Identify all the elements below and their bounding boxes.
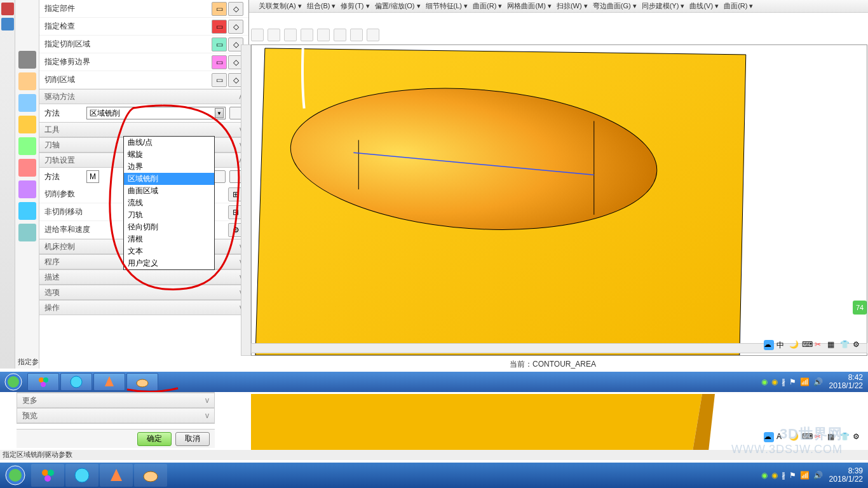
volume-icon[interactable]: 🔊 bbox=[813, 471, 823, 480]
dropdown-option[interactable]: 曲线/点 bbox=[124, 137, 214, 149]
dropdown-option[interactable]: 曲面区域 bbox=[124, 185, 214, 197]
gear-icon[interactable] bbox=[18, 51, 36, 69]
nav-icon[interactable] bbox=[18, 180, 36, 198]
clock[interactable]: 8:42 2018/1/22 bbox=[827, 374, 865, 390]
volume-icon[interactable]: 🔊 bbox=[813, 377, 823, 386]
char-icon[interactable]: 中 bbox=[776, 340, 787, 350]
menu-item[interactable]: 修剪(T) ▾ bbox=[339, 1, 370, 11]
dropdown-option[interactable]: 螺旋 bbox=[124, 149, 214, 161]
network-icon[interactable]: ⚑ bbox=[789, 377, 796, 386]
system-tray: ◉ ◉ ∦ ⚑ 📶 🔊 8:42 2018/1/22 bbox=[761, 374, 865, 390]
toolbar-icon[interactable] bbox=[334, 29, 346, 41]
method2-combo[interactable]: M bbox=[86, 170, 99, 183]
description-header[interactable]: 描述v bbox=[39, 269, 248, 285]
signal-icon[interactable]: 📶 bbox=[800, 377, 810, 386]
tool-icon[interactable] bbox=[1, 18, 14, 30]
bluetooth-icon[interactable]: ∦ bbox=[782, 377, 785, 386]
menu-item[interactable]: 关联复制(A) ▾ bbox=[257, 1, 303, 11]
dropdown-option[interactable]: 用户定义 bbox=[124, 257, 214, 269]
nav-icon[interactable] bbox=[18, 159, 36, 177]
nav-icon[interactable] bbox=[18, 116, 36, 133]
select-icon[interactable]: ◇ bbox=[228, 20, 243, 34]
nav-icon[interactable] bbox=[18, 224, 36, 241]
menu-item[interactable]: 曲面(R) ▾ bbox=[471, 1, 503, 11]
taskbar-nx-icon[interactable] bbox=[93, 373, 125, 391]
moon-icon[interactable]: 🌙 bbox=[789, 340, 799, 350]
dropdown-option[interactable]: 文本 bbox=[124, 245, 214, 257]
taskbar-app-icon[interactable] bbox=[31, 464, 64, 487]
menu-item[interactable]: 网格曲面(M) ▾ bbox=[506, 1, 553, 11]
dropdown-option[interactable]: 径向切削 bbox=[124, 221, 214, 233]
cloud-icon[interactable]: ☁ bbox=[764, 340, 774, 350]
gear-icon[interactable]: ⚙ bbox=[853, 432, 863, 442]
tray-icon[interactable]: ◉ bbox=[771, 471, 778, 480]
toolbar-icon[interactable] bbox=[367, 29, 379, 41]
start-button[interactable] bbox=[0, 464, 31, 486]
3d-viewport[interactable] bbox=[251, 44, 867, 356]
cloud-icon[interactable]: ☁ bbox=[764, 432, 774, 442]
cancel-button[interactable]: 取消 bbox=[175, 432, 210, 446]
network-icon[interactable]: ⚑ bbox=[789, 471, 796, 480]
check-icon[interactable]: ▭ bbox=[212, 20, 227, 34]
menu-item[interactable]: 曲面(R) ▾ bbox=[722, 1, 754, 11]
tool-icon[interactable] bbox=[1, 3, 14, 15]
toolbar-icon[interactable] bbox=[268, 29, 280, 41]
options-header[interactable]: 选项v bbox=[39, 285, 248, 300]
preview-header[interactable]: 预览v bbox=[17, 408, 214, 423]
taskbar-ie-icon[interactable] bbox=[65, 464, 98, 487]
toolbar-icon[interactable] bbox=[284, 29, 297, 41]
toolbar-icon[interactable] bbox=[317, 29, 330, 41]
nav-icon[interactable] bbox=[18, 202, 36, 220]
dropdown-option[interactable]: 流线 bbox=[124, 197, 214, 209]
trim-icon[interactable]: ▭ bbox=[212, 55, 227, 69]
viewport-scrollbar-v[interactable] bbox=[241, 44, 251, 356]
bluetooth-icon[interactable]: ∦ bbox=[782, 471, 785, 480]
operation-header[interactable]: 操作v bbox=[39, 300, 248, 315]
taskbar-ie-icon[interactable] bbox=[60, 373, 92, 391]
keyboard-icon[interactable]: ⌨ bbox=[802, 340, 812, 350]
menu-item[interactable]: 弯边曲面(G) ▾ bbox=[592, 1, 638, 11]
nav-icon[interactable] bbox=[18, 94, 36, 112]
grid-icon[interactable]: ▦ bbox=[827, 340, 837, 350]
part-icon[interactable]: ▭ bbox=[212, 2, 227, 16]
region-icon[interactable]: ▭ bbox=[212, 73, 227, 87]
tray-icon[interactable]: ◉ bbox=[761, 471, 768, 480]
taskbar-nx-icon[interactable] bbox=[100, 464, 133, 487]
shirt-icon[interactable]: 👕 bbox=[840, 340, 850, 350]
more-header[interactable]: 更多v bbox=[17, 393, 214, 408]
menu-item[interactable]: 细节特征(L) ▾ bbox=[424, 1, 470, 11]
taskbar-paint-icon[interactable] bbox=[126, 373, 158, 391]
dropdown-option-selected[interactable]: 区域铣削 bbox=[124, 173, 214, 185]
menu-item[interactable]: 同步建模(Y) ▾ bbox=[641, 1, 686, 11]
nav-icon[interactable] bbox=[18, 72, 36, 90]
drive-method-combo[interactable]: 区域铣削 ▼ bbox=[86, 107, 226, 119]
dropdown-option[interactable]: 边界 bbox=[124, 161, 214, 173]
chevron-down-icon[interactable]: ▼ bbox=[215, 108, 224, 118]
svg-point-19 bbox=[44, 475, 51, 482]
dropdown-option[interactable]: 清根 bbox=[124, 233, 214, 245]
select-icon[interactable]: ◇ bbox=[228, 2, 243, 16]
drive-method-dropdown[interactable]: 曲线/点 螺旋 边界 区域铣削 曲面区域 流线 刀轨 径向切削 清根 文本 用户… bbox=[123, 136, 215, 270]
nav-icon[interactable] bbox=[18, 137, 36, 155]
menu-item[interactable]: 曲线(V) ▾ bbox=[688, 1, 720, 11]
taskbar-paint-icon[interactable] bbox=[134, 464, 167, 487]
menu-item[interactable]: 组合(B) ▾ bbox=[306, 1, 337, 11]
toolbar-icon[interactable] bbox=[350, 29, 363, 41]
clock[interactable]: 8:39 2018/1/22 bbox=[827, 467, 865, 484]
taskbar-app-icon[interactable] bbox=[27, 373, 59, 391]
signal-icon[interactable]: 📶 bbox=[800, 471, 810, 480]
toolbar-icon[interactable] bbox=[301, 29, 313, 41]
dropdown-option[interactable]: 刀轨 bbox=[124, 209, 214, 221]
scissors-icon[interactable]: ✂ bbox=[815, 340, 825, 350]
menu-item[interactable]: 扫掠(W) ▾ bbox=[555, 1, 589, 11]
tool-header[interactable]: 工具 v bbox=[39, 122, 248, 137]
tray-icon[interactable]: ◉ bbox=[761, 377, 768, 386]
start-button[interactable] bbox=[0, 372, 27, 392]
ok-button[interactable]: 确定 bbox=[137, 432, 172, 446]
gear-icon[interactable]: ⚙ bbox=[853, 340, 863, 350]
tray-icon[interactable]: ◉ bbox=[771, 377, 778, 386]
cut-area-icon[interactable]: ▭ bbox=[212, 37, 227, 51]
drive-method-header[interactable]: 驱动方法 ʌ bbox=[39, 89, 248, 104]
toolbar-icon[interactable] bbox=[251, 29, 264, 41]
menu-item[interactable]: 偏置/缩放(O) ▾ bbox=[374, 1, 422, 11]
